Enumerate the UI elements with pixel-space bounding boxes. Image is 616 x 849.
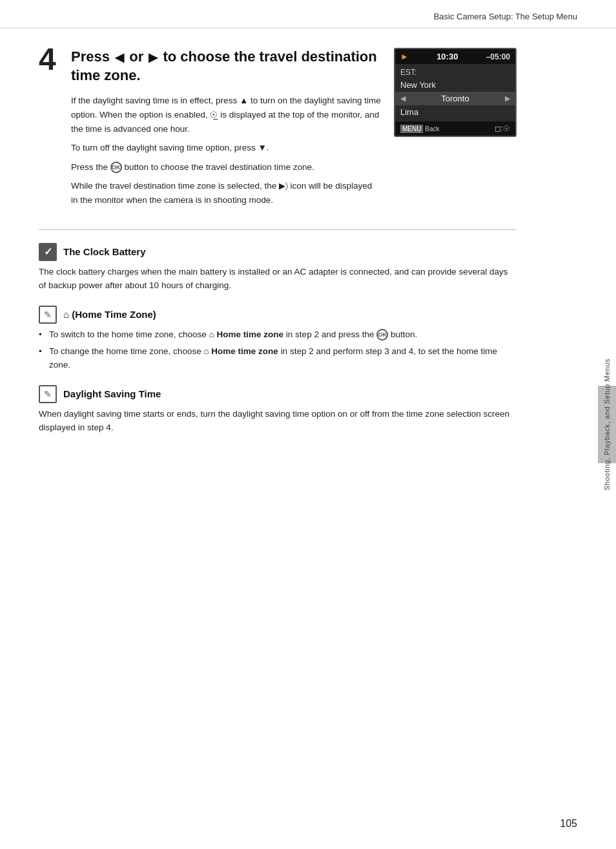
step-title-block: Press ◀ or ▶ to choose the travel destin… <box>71 48 381 214</box>
para-4: While the travel destination time zone i… <box>71 179 381 207</box>
cs-body: EST: New York ◀ Toronto ▶ Lima <box>395 64 515 121</box>
check-icon: ✓ <box>39 243 57 261</box>
cs-offset: –05:00 <box>486 52 510 61</box>
ok-btn-inline-1: OK <box>376 329 388 341</box>
page: Basic Camera Setup: The Setup Menu 4 Pre… <box>0 0 616 849</box>
dst-icon: ☉̲ <box>210 110 218 120</box>
para-2: To turn off the daylight saving time opt… <box>71 141 381 155</box>
sidebar-tab-label: Shooting, Playback, and Setup Menus <box>603 359 611 490</box>
step-number: 4 <box>39 44 65 75</box>
cs-menu-label: MENU <box>400 125 423 133</box>
home-tz-header: ✎ ⌂ (Home Time Zone) <box>39 306 517 324</box>
ok-button-icon: OK <box>110 162 122 173</box>
para-1: If the daylight saving time is in effect… <box>71 94 381 136</box>
header-title: Basic Camera Setup: The Setup Menu <box>434 12 577 21</box>
pencil-icon-dst: ✎ <box>39 385 57 403</box>
home-time-zone-section: ✎ ⌂ (Home Time Zone) To switch to the ho… <box>39 306 517 372</box>
para-3: Press the OK button to choose the travel… <box>71 160 381 174</box>
step-title-or: or <box>129 48 143 65</box>
divider-1 <box>39 229 517 230</box>
camera-screen-wrapper: ► 10:30 –05:00 EST: New York ◀ Toronto ▶ <box>394 48 517 137</box>
step-title: Press ◀ or ▶ to choose the travel destin… <box>71 48 381 85</box>
cs-footer-right: ◻:☉ <box>495 124 510 133</box>
step-left: 4 Press ◀ or ▶ to choose the travel dest… <box>39 48 381 214</box>
travel-zone-icon: ▶〉 <box>279 181 291 191</box>
home-icon-inline-2: ⌂ <box>203 346 211 356</box>
home-icon: ⌂ <box>63 309 69 320</box>
main-content: 4 Press ◀ or ▶ to choose the travel dest… <box>0 28 555 467</box>
clock-battery-section: ✓ The Clock Battery The clock battery ch… <box>39 243 517 293</box>
cs-header: ► 10:30 –05:00 <box>395 49 515 64</box>
cs-footer: MENU Back ◻:☉ <box>395 121 515 136</box>
cs-back-label: Back <box>425 125 439 132</box>
page-number: 105 <box>560 818 577 830</box>
home-tz-title: ⌂ (Home Time Zone) <box>63 309 156 320</box>
cs-est-label: EST: <box>395 67 515 78</box>
cs-footer-left: MENU Back <box>400 125 439 132</box>
right-arrow-icon: ▶ <box>149 51 158 64</box>
left-arrow-icon: ◀ <box>115 51 124 64</box>
clock-battery-title: The Clock Battery <box>63 246 146 257</box>
step-4-section: 4 Press ◀ or ▶ to choose the travel dest… <box>39 48 517 214</box>
step-title-press: Press <box>71 48 110 65</box>
cs-time: 10:30 <box>436 52 458 61</box>
home-tz-bullet-2: To change the home time zone, choose ⌂ H… <box>39 344 517 372</box>
dst-body: When daylight saving time starts or ends… <box>39 407 517 435</box>
pencil-icon: ✎ <box>39 306 57 324</box>
home-icon-inline: ⌂ <box>209 330 217 339</box>
cs-city-toronto: ◀ Toronto ▶ <box>395 92 515 105</box>
home-tz-bullets: To switch to the home time zone, choose … <box>39 328 517 372</box>
page-header: Basic Camera Setup: The Setup Menu <box>0 0 616 28</box>
daylight-saving-section: ✎ Daylight Saving Time When daylight sav… <box>39 385 517 435</box>
cs-left-arrow: ◀ <box>400 94 406 103</box>
clock-battery-body: The clock battery charges when the main … <box>39 265 517 293</box>
cs-arrow-icon: ► <box>400 52 409 61</box>
camera-screen: ► 10:30 –05:00 EST: New York ◀ Toronto ▶ <box>394 48 517 137</box>
cs-right-arrow: ▶ <box>505 94 510 103</box>
cs-city-lima: Lima <box>395 105 515 119</box>
body-paragraphs: If the daylight saving time is in effect… <box>71 94 381 207</box>
dst-title: Daylight Saving Time <box>63 388 161 399</box>
home-tz-bullet-1: To switch to the home time zone, choose … <box>39 328 517 342</box>
dst-header: ✎ Daylight Saving Time <box>39 385 517 403</box>
sidebar-tab: Shooting, Playback, and Setup Menus <box>598 386 616 463</box>
cs-city-newyork: New York <box>395 78 515 92</box>
clock-battery-header: ✓ The Clock Battery <box>39 243 517 261</box>
